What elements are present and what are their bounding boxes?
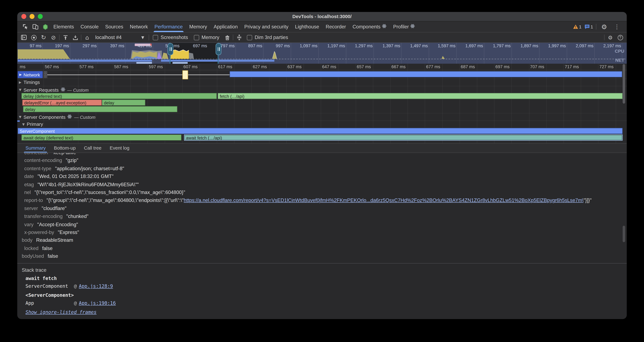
record-button[interactable]: [30, 33, 38, 42]
flame-bar-label: delayedError (…ayed exception): [24, 100, 86, 105]
record-and-reload-button[interactable]: ↻: [40, 33, 48, 42]
capture-settings-gear-icon[interactable]: ⚙: [606, 33, 614, 42]
issue-count: 1: [590, 24, 593, 29]
property-key: server: [24, 206, 38, 211]
tab-label: Console: [80, 24, 98, 30]
settings-gear-icon[interactable]: ⚙: [599, 22, 609, 32]
property-row-content-encoding: content-encoding"gzip": [22, 157, 627, 165]
details-tab-event-log[interactable]: Event log: [106, 144, 134, 153]
property-value-suffix: "}]}": [584, 197, 592, 203]
window-right-handle[interactable]: [216, 43, 222, 55]
tab-label: Application: [214, 24, 238, 30]
property-value: "keep-alive": [52, 153, 78, 155]
property-value: "Wed, 01 Oct 2025 18:32:01 GMT": [38, 174, 114, 179]
property-row-date: date"Wed, 01 Oct 2025 18:32:01 GMT": [22, 173, 627, 181]
tab-application[interactable]: Application: [210, 22, 241, 32]
flame-bar-delay[interactable]: delay: [102, 100, 146, 106]
flame-chart-scrollbar[interactable]: [622, 64, 625, 104]
inspect-element-icon[interactable]: [20, 22, 30, 32]
save-profile-icon[interactable]: [71, 33, 79, 42]
details-tab-summary[interactable]: Summary: [22, 144, 50, 153]
warnings-badge[interactable]: 1: [573, 24, 582, 29]
property-value: "cloudflare": [42, 206, 66, 211]
timings-track-label: Timings: [24, 80, 40, 85]
report-to-url-link[interactable]: https://a.nel.cloudflare.com/report/v4?s…: [184, 197, 583, 203]
property-value: "Express": [58, 229, 79, 235]
flame-bar-fetch-api[interactable]: fetch (…/api): [218, 93, 623, 99]
dim-3rd-parties-checkbox[interactable]: Dim 3rd parties: [245, 35, 290, 40]
tab-console[interactable]: Console: [77, 22, 102, 32]
divider: [81, 35, 82, 40]
tab-components[interactable]: Components: [349, 22, 390, 32]
collect-garbage-icon[interactable]: [223, 33, 231, 42]
clear-button[interactable]: ⊘: [49, 33, 58, 42]
property-value: false: [42, 245, 52, 251]
screenshots-checkbox[interactable]: Screenshots: [151, 35, 190, 40]
memory-checkbox[interactable]: Memory: [192, 35, 222, 40]
ruler-tick-label: 707 ms: [530, 64, 544, 69]
timeline-overview[interactable]: 97 ms197 ms297 ms397 ms497 ms597 ms697 m…: [17, 43, 627, 64]
flame-bar-delay-deferred-text[interactable]: delay (deferred text): [22, 93, 217, 99]
network-track-resize-grip[interactable]: [44, 71, 47, 78]
tab-recorder[interactable]: Recorder: [322, 22, 349, 32]
tab-performance[interactable]: Performance: [151, 22, 186, 32]
issues-badge[interactable]: 1: [584, 24, 593, 29]
stack-async-label: await fetch: [26, 275, 627, 283]
network-request-marker[interactable]: [182, 70, 188, 79]
network-request-bar[interactable]: [230, 71, 622, 77]
tab-memory[interactable]: Memory: [186, 22, 210, 32]
property-row-server: server"cloudflare": [22, 205, 627, 213]
network-track-header[interactable]: ▶Network: [18, 71, 42, 78]
property-key: nel: [24, 190, 31, 195]
server-requests-track-header[interactable]: ▼Server Requests— Custom: [19, 87, 88, 93]
extension-icon[interactable]: [40, 22, 50, 32]
collapse-sections-icon[interactable]: [235, 33, 243, 42]
property-key: report-to: [24, 197, 43, 203]
network-request-whisker[interactable]: [45, 74, 230, 75]
flame-bar-await-fetch-api[interactable]: await fetch (…/api): [184, 135, 622, 141]
live-metrics-home-icon[interactable]: ⌂: [83, 33, 91, 42]
window-left-handle[interactable]: [168, 43, 173, 55]
flame-bar-delayederror-ayed-exception[interactable]: delayedError (…ayed exception): [22, 100, 102, 106]
show-ignore-listed-frames-link[interactable]: Show ignore-listed frames: [26, 308, 627, 316]
details-tab-bottom-up[interactable]: Bottom-up: [50, 144, 80, 153]
tab-privacy-and-security[interactable]: Privacy and security: [241, 22, 292, 32]
ruler-tick-label: 657 ms: [357, 64, 371, 69]
details-tab-call-tree[interactable]: Call tree: [80, 144, 106, 153]
divider: [149, 35, 149, 40]
summary-details-pane: connection"keep-alive"content-encoding"g…: [17, 153, 627, 319]
tab-network[interactable]: Network: [126, 22, 151, 32]
stack-frame-source-link[interactable]: App.js:190:16: [79, 300, 116, 306]
tab-sources[interactable]: Sources: [102, 22, 126, 32]
flame-bar-label: delay: [104, 100, 114, 105]
property-key: etag: [24, 182, 34, 187]
flame-bar-servercomponent[interactable]: ServerComponent: [18, 128, 622, 134]
property-value: false: [48, 253, 58, 259]
details-scrollbar[interactable]: [622, 226, 625, 242]
ruler-tick-label: 607 ms: [183, 64, 198, 69]
kebab-menu-icon[interactable]: ⋮: [612, 22, 622, 32]
help-icon[interactable]: ?: [616, 33, 624, 42]
property-key: x-powered-by: [24, 229, 54, 235]
load-profile-icon[interactable]: [61, 33, 70, 42]
tab-bar-right: 1 1 ⚙ ⋮: [573, 22, 624, 32]
ruler-tick-label: 687 ms: [461, 64, 475, 69]
net-lane-label: NET: [615, 58, 624, 63]
timings-track-header[interactable]: ▶Timings: [19, 80, 40, 85]
stack-trace: await fetchServerComponent@App.js:128:9<…: [22, 275, 627, 316]
device-toolbar-icon[interactable]: [30, 22, 40, 32]
tab-lighthouse[interactable]: Lighthouse: [292, 22, 322, 32]
tab-profiler[interactable]: Profiler: [390, 22, 418, 32]
history-select[interactable]: localhost #4 ▼: [93, 35, 147, 40]
toggle-sidebar-icon[interactable]: [20, 33, 28, 42]
primary-group-header[interactable]: ▼Primary: [22, 122, 43, 127]
stack-frame-source-link[interactable]: App.js:128:9: [79, 283, 113, 289]
flame-bar-label: await delay (deferred text): [24, 135, 73, 140]
server-components-track-header[interactable]: ▼Server Components— Custom: [19, 114, 96, 120]
tab-elements[interactable]: Elements: [50, 22, 77, 32]
flame-bar-await-delay-deferred-text[interactable]: await delay (deferred text): [22, 135, 182, 141]
flame-bar-delay[interactable]: delay: [23, 106, 178, 112]
property-row-etag: etag"W/\"4b1-RjEJloX9kRinu6F0MAZMmy6E5iA…: [22, 181, 627, 189]
devtools-tab-bar: ElementsConsoleSourcesNetworkPerformance…: [17, 22, 627, 33]
memory-label: Memory: [202, 35, 219, 40]
